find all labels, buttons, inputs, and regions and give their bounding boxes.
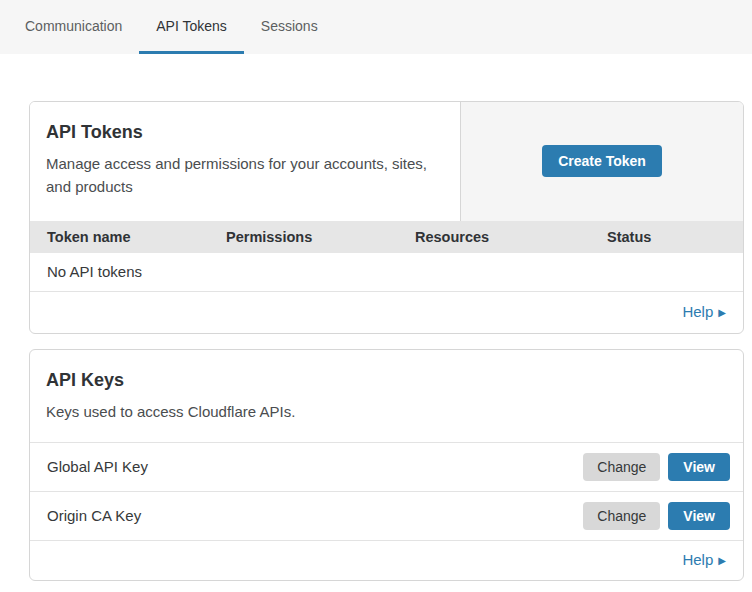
page-content: API Tokens Manage access and permissions…	[0, 54, 752, 581]
column-header-status: Status	[590, 229, 743, 245]
api-tokens-card: API Tokens Manage access and permissions…	[29, 101, 744, 334]
api-key-name: Global API Key	[47, 458, 148, 475]
token-table-header: Token name Permissions Resources Status	[30, 221, 743, 253]
create-token-button[interactable]: Create Token	[542, 145, 662, 177]
column-header-token-name: Token name	[30, 229, 209, 245]
api-tokens-action-panel: Create Token	[460, 102, 743, 221]
view-origin-ca-key-button[interactable]: View	[668, 502, 730, 530]
api-key-name: Origin CA Key	[47, 507, 141, 524]
empty-tokens-message: No API tokens	[30, 253, 743, 292]
tab-sessions[interactable]: Sessions	[244, 0, 335, 54]
tab-communication[interactable]: Communication	[8, 0, 139, 54]
api-keys-footer: Help▶	[30, 540, 743, 580]
change-origin-ca-key-button[interactable]: Change	[583, 502, 660, 530]
help-link-label: Help	[682, 551, 713, 568]
api-keys-card-header: API Keys Keys used to access Cloudflare …	[30, 350, 743, 442]
chevron-right-icon: ▶	[718, 307, 726, 318]
chevron-right-icon: ▶	[718, 555, 726, 566]
api-key-row-origin-ca: Origin CA Key Change View	[30, 491, 743, 540]
api-tokens-description: Manage access and permissions for your a…	[46, 152, 444, 199]
api-key-actions: Change View	[583, 502, 730, 530]
tab-bar: Communication API Tokens Sessions	[0, 0, 752, 54]
column-header-permissions: Permissions	[209, 229, 398, 245]
api-keys-card: API Keys Keys used to access Cloudflare …	[29, 349, 744, 581]
view-global-key-button[interactable]: View	[668, 453, 730, 481]
api-tokens-footer: Help▶	[30, 292, 743, 333]
api-key-row-global: Global API Key Change View	[30, 442, 743, 491]
api-tokens-help-link[interactable]: Help▶	[682, 303, 726, 320]
api-keys-help-link[interactable]: Help▶	[682, 551, 726, 568]
tab-api-tokens[interactable]: API Tokens	[139, 0, 244, 54]
api-keys-description: Keys used to access Cloudflare APIs.	[46, 400, 446, 423]
change-global-key-button[interactable]: Change	[583, 453, 660, 481]
api-tokens-card-header: API Tokens Manage access and permissions…	[30, 102, 743, 221]
api-tokens-title: API Tokens	[46, 122, 444, 143]
api-key-actions: Change View	[583, 453, 730, 481]
api-keys-title: API Keys	[46, 370, 727, 391]
api-tokens-header-text: API Tokens Manage access and permissions…	[30, 102, 460, 221]
help-link-label: Help	[682, 303, 713, 320]
column-header-resources: Resources	[398, 229, 590, 245]
